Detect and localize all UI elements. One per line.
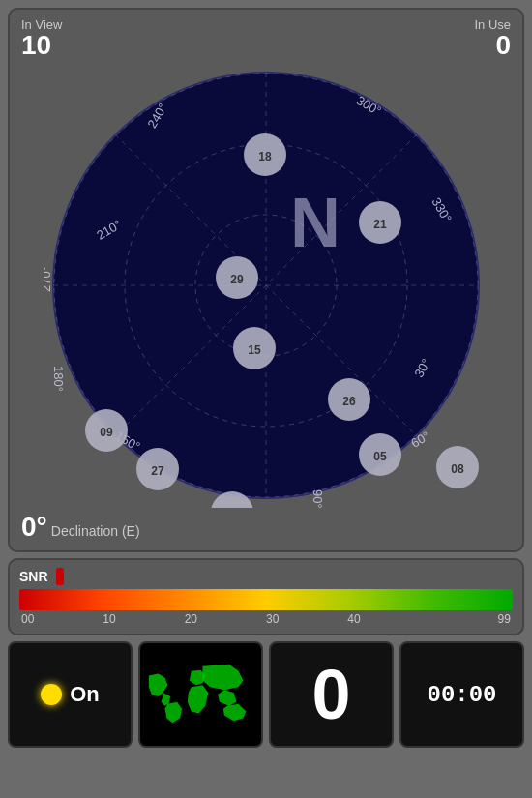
svg-text:15: 15: [248, 343, 261, 357]
in-use-value: 0: [495, 32, 511, 59]
snr-label-30: 30: [266, 612, 279, 626]
svg-text:21: 21: [373, 218, 387, 231]
svg-text:180°: 180°: [51, 366, 66, 392]
snr-bar: [19, 589, 513, 610]
in-view-value: 10: [21, 32, 62, 59]
in-view-group: In View 10: [21, 17, 62, 59]
top-panel: In View 10 In Use 0 270° 300°: [8, 8, 524, 552]
world-map-cell: [138, 641, 263, 748]
world-map-svg: [140, 643, 261, 746]
declination-label: Declination (E): [51, 523, 140, 539]
status-cell: On: [8, 641, 133, 748]
yellow-dot: [41, 684, 62, 705]
snr-label-20: 20: [185, 612, 197, 626]
snr-red-indicator: [56, 568, 64, 585]
bottom-row: On 0 00:00: [8, 641, 524, 748]
zero-cell: 0: [269, 641, 394, 748]
radar-svg: 270° 300° 330° 30° 60° 90° 150° 180° 210…: [44, 63, 488, 508]
snr-panel: SNR 00 10 20 30 40 99: [8, 558, 524, 635]
svg-text:05: 05: [373, 450, 387, 463]
timer-value: 00:00: [427, 682, 496, 708]
svg-text:90°: 90°: [310, 489, 325, 508]
svg-text:18: 18: [258, 150, 272, 163]
svg-text:N: N: [290, 184, 340, 261]
svg-text:09: 09: [100, 426, 113, 439]
radar-container: 270° 300° 330° 30° 60° 90° 150° 180° 210…: [44, 63, 488, 508]
snr-label-10: 10: [103, 612, 115, 626]
snr-label-40: 40: [347, 612, 360, 626]
on-indicator: On: [41, 682, 100, 707]
svg-text:08: 08: [451, 462, 464, 476]
svg-text:29: 29: [230, 273, 244, 286]
status-label: On: [70, 682, 100, 707]
zero-value: 0: [311, 655, 350, 734]
snr-header: SNR: [19, 568, 513, 585]
stats-row: In View 10 In Use 0: [17, 17, 515, 63]
svg-text:26: 26: [342, 395, 356, 408]
timer-cell: 00:00: [399, 641, 524, 748]
declination-row: 0° Declination (E): [17, 508, 515, 543]
snr-label-99: 99: [498, 612, 511, 626]
svg-text:270°: 270°: [44, 266, 53, 292]
in-use-group: In Use 0: [474, 17, 511, 59]
snr-title: SNR: [19, 569, 48, 584]
declination-value: 0°: [21, 512, 47, 543]
snr-labels: 00 10 20 30 40 99: [19, 612, 513, 626]
snr-label-0: 00: [21, 612, 34, 626]
svg-text:27: 27: [151, 464, 164, 478]
